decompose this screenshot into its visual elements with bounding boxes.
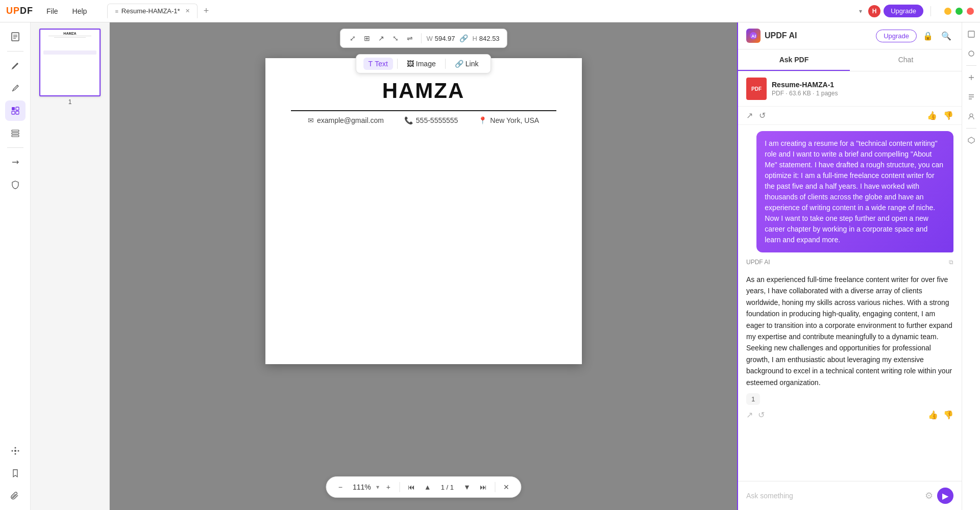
height-label: H bbox=[472, 35, 477, 42]
svg-point-14 bbox=[11, 450, 13, 452]
app-logo: UPDF bbox=[6, 6, 33, 16]
ai-title: UPDF AI bbox=[765, 31, 797, 40]
thumb-up-icon[interactable]: 👍 bbox=[927, 111, 937, 120]
minimize-button[interactable] bbox=[944, 8, 951, 15]
svg-point-13 bbox=[14, 453, 16, 455]
window-dropdown[interactable]: ▾ bbox=[856, 7, 865, 16]
toolbar-link-btn[interactable]: 🔗 Link bbox=[450, 58, 484, 70]
svg-point-15 bbox=[17, 450, 19, 452]
image-icon: 🖼 bbox=[407, 60, 414, 68]
height-field: H 842.53 bbox=[472, 35, 499, 42]
sidebar-icon-convert[interactable] bbox=[5, 152, 26, 172]
zoom-in-btn[interactable]: + bbox=[381, 480, 396, 494]
toolbar-sep-1 bbox=[397, 59, 398, 69]
sidebar-icon-bookmark[interactable] bbox=[5, 463, 26, 483]
mini-icon-ai[interactable] bbox=[964, 133, 979, 148]
like-response-icon[interactable]: 👍 bbox=[928, 410, 938, 420]
email-text: example@gmail.com bbox=[317, 116, 384, 124]
close-toolbar-btn[interactable]: ✕ bbox=[499, 480, 513, 494]
page-info: 1 / 1 bbox=[437, 483, 458, 491]
refresh-icon[interactable]: ↺ bbox=[759, 111, 766, 120]
zoom-dropdown[interactable]: ▾ bbox=[376, 483, 379, 491]
ai-header-actions: Upgrade 🔒 🔍 bbox=[876, 29, 953, 43]
thumb-down-icon[interactable]: 👎 bbox=[943, 111, 953, 120]
sidebar-icon-protect[interactable] bbox=[5, 174, 26, 195]
file-type-icon: PDF bbox=[746, 78, 767, 100]
svg-rect-7 bbox=[16, 111, 19, 114]
tab-chat[interactable]: Chat bbox=[850, 49, 962, 71]
ai-input-field[interactable] bbox=[746, 492, 921, 500]
mini-icon-1[interactable] bbox=[964, 27, 979, 42]
width-value: 594.97 bbox=[435, 35, 455, 42]
mini-icon-4[interactable] bbox=[964, 89, 979, 105]
sidebar-icon-attach[interactable] bbox=[5, 486, 26, 506]
svg-rect-10 bbox=[12, 135, 19, 137]
resize-icon-5[interactable]: ⇌ bbox=[404, 33, 415, 44]
mini-icon-2[interactable] bbox=[964, 46, 979, 61]
share-response-icon[interactable]: ↗ bbox=[746, 410, 753, 420]
next-page-btn[interactable]: ▼ bbox=[460, 480, 474, 494]
image-label: Image bbox=[416, 60, 436, 68]
mini-icon-5[interactable] bbox=[964, 109, 979, 124]
titlebar-controls: ▾ H Upgrade bbox=[856, 5, 974, 17]
width-label: W bbox=[426, 35, 432, 42]
thumbnail-number: 1 bbox=[68, 98, 72, 106]
ai-action-buttons: ↗ ↺ 👍 👎 bbox=[746, 410, 953, 420]
height-value: 842.53 bbox=[479, 35, 500, 42]
sidebar-icon-ai[interactable] bbox=[5, 100, 26, 121]
sidebar-divider-1 bbox=[7, 51, 23, 52]
ai-input-area: ⚙ ▶ bbox=[738, 481, 962, 510]
pdf-resume-name: HAMZA bbox=[291, 79, 556, 103]
menu-file[interactable]: File bbox=[41, 5, 63, 17]
first-page-btn[interactable]: ⏮ bbox=[404, 480, 419, 494]
resize-icon-1[interactable]: ⤢ bbox=[347, 33, 358, 44]
resize-icon-2[interactable]: ⊞ bbox=[361, 33, 373, 44]
svg-point-11 bbox=[14, 450, 16, 452]
menu-help[interactable]: Help bbox=[67, 5, 92, 17]
pdf-canvas[interactable]: ⤢ ⊞ ↗ ⤡ ⇌ W 594.97 🔗 H 842.53 T Text bbox=[110, 22, 737, 510]
svg-text:AI: AI bbox=[751, 34, 756, 39]
prev-page-btn[interactable]: ▲ bbox=[421, 480, 435, 494]
svg-rect-6 bbox=[12, 111, 15, 114]
location-text: New York, USA bbox=[490, 116, 539, 124]
resize-icon-3[interactable]: ↗ bbox=[376, 33, 387, 44]
thumbnail-page-1[interactable]: HAMZA 1 bbox=[39, 29, 101, 106]
tab-resume[interactable]: ≡ Resume-HAMZA-1* ✕ bbox=[107, 4, 197, 18]
ai-upgrade-btn[interactable]: Upgrade bbox=[876, 30, 917, 42]
refresh-response-icon[interactable]: ↺ bbox=[758, 410, 765, 420]
ai-send-button[interactable]: ▶ bbox=[937, 488, 953, 504]
mini-icon-3[interactable] bbox=[964, 70, 979, 85]
ai-file-info: PDF Resume-HAMZA-1 PDF · 63.6 KB · 1 pag… bbox=[738, 71, 962, 107]
dislike-response-icon[interactable]: 👎 bbox=[943, 410, 953, 420]
titlebar: UPDF File Help ≡ Resume-HAMZA-1* ✕ + ▾ H… bbox=[0, 0, 980, 22]
sidebar-icon-organize[interactable] bbox=[5, 123, 26, 143]
link-icon[interactable]: 🔗 bbox=[458, 33, 469, 44]
tab-ask-pdf[interactable]: Ask PDF bbox=[738, 49, 850, 71]
tab-add[interactable]: + bbox=[200, 5, 213, 17]
toolbar-image-btn[interactable]: 🖼 Image bbox=[402, 58, 441, 70]
close-button[interactable] bbox=[967, 8, 974, 15]
ai-response: As an experienced full-time freelance co… bbox=[746, 274, 953, 420]
sidebar-icon-edit[interactable] bbox=[5, 56, 26, 76]
tab-close[interactable]: ✕ bbox=[185, 8, 190, 14]
resize-icon-4[interactable]: ⤡ bbox=[390, 33, 401, 44]
last-page-btn[interactable]: ⏭ bbox=[476, 480, 491, 494]
share-icon[interactable]: ↗ bbox=[746, 111, 753, 120]
ai-input-settings-icon[interactable]: ⚙ bbox=[925, 490, 933, 501]
lock-icon[interactable]: 🔒 bbox=[921, 29, 935, 43]
search-icon[interactable]: 🔍 bbox=[939, 29, 953, 43]
ai-panel: AI UPDF AI Upgrade 🔒 🔍 Ask PDF Chat PDF … bbox=[737, 22, 962, 510]
ai-logo: AI bbox=[746, 29, 761, 43]
svg-rect-4 bbox=[12, 107, 15, 110]
copy-icon[interactable]: ⧉ bbox=[949, 259, 953, 266]
upgrade-button[interactable]: Upgrade bbox=[884, 5, 923, 17]
ai-panel-header: AI UPDF AI Upgrade 🔒 🔍 bbox=[738, 22, 962, 49]
sidebar-icon-annotate[interactable] bbox=[5, 78, 26, 98]
sidebar-icon-pages[interactable] bbox=[5, 27, 26, 47]
sidebar-icon-tools[interactable] bbox=[5, 441, 26, 461]
toolbar-text-btn[interactable]: T Text bbox=[363, 58, 393, 70]
zoom-out-btn[interactable]: − bbox=[333, 480, 348, 494]
pdf-contact-row: ✉ example@gmail.com 📞 555-5555555 📍 New … bbox=[291, 116, 556, 124]
width-field: W 594.97 bbox=[426, 35, 455, 42]
maximize-button[interactable] bbox=[955, 8, 963, 15]
